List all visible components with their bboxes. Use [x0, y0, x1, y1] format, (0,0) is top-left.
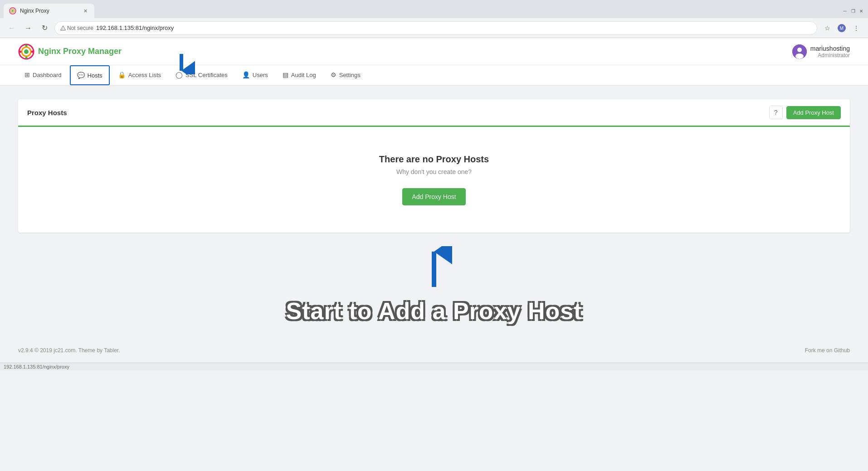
tab-title: Nginx Proxy	[20, 8, 78, 14]
logo-icon	[18, 44, 34, 60]
annotation-text: Start to Add a Proxy Host	[18, 297, 850, 325]
arrow-up-svg	[416, 246, 452, 291]
page-wrapper: Nginx Proxy Manager mariushosting Admini…	[0, 38, 868, 471]
user-avatar	[792, 44, 807, 59]
user-details: mariushosting Administrator	[810, 45, 850, 58]
svg-point-10	[25, 56, 28, 58]
status-bar: 192.168.1.135:81/nginx/proxy	[0, 363, 868, 370]
access-lists-icon: 🔒	[118, 71, 126, 78]
annotation-area: Start to Add a Proxy Host	[18, 233, 850, 325]
svg-point-15	[795, 53, 804, 59]
nav-item-users[interactable]: 👤 Users	[236, 66, 274, 85]
proxy-hosts-card: Proxy Hosts ? Add Proxy Host There are n…	[18, 99, 850, 233]
user-role: Administrator	[810, 52, 850, 58]
add-proxy-host-button-top[interactable]: Add Proxy Host	[786, 106, 841, 119]
help-button[interactable]: ?	[769, 106, 783, 119]
card-header: Proxy Hosts ? Add Proxy Host	[18, 99, 850, 127]
svg-point-12	[31, 50, 34, 53]
tab-favicon	[9, 7, 16, 15]
forward-button[interactable]: →	[22, 22, 34, 34]
empty-state: There are no Proxy Hosts Why don't you c…	[18, 127, 850, 233]
url-text[interactable]: 192.168.1.135:81/nginx/proxy	[96, 24, 811, 31]
nav-area: ⊞ Dashboard 💬 Hosts 🔒 Access Lists ◯ SSL…	[0, 65, 868, 86]
arrow-up-annotation	[18, 246, 850, 293]
svg-point-2	[12, 10, 14, 12]
tab-close-button[interactable]: ✕	[82, 7, 89, 15]
footer-left: v2.9.4 © 2019 jc21.com. Theme by Tabler.	[18, 347, 120, 354]
app-nav: ⊞ Dashboard 💬 Hosts 🔒 Access Lists ◯ SSL…	[0, 65, 868, 86]
browser-titlebar: Nginx Proxy ✕ ─ ❐ ✕	[0, 0, 868, 18]
svg-point-14	[797, 48, 802, 52]
bookmark-button[interactable]: ☆	[821, 22, 834, 34]
app-title: Nginx Proxy Manager	[38, 47, 122, 56]
not-secure-indicator: ! Not secure	[60, 25, 93, 31]
nav-item-settings[interactable]: ⚙ Settings	[324, 66, 367, 85]
audit-log-icon: ▤	[283, 71, 288, 78]
minimize-button[interactable]: ─	[842, 8, 848, 14]
warning-icon: !	[60, 25, 66, 31]
add-proxy-host-button-main[interactable]: Add Proxy Host	[402, 188, 465, 205]
window-controls: ─ ❐ ✕	[842, 8, 864, 14]
close-window-button[interactable]: ✕	[858, 8, 864, 14]
reload-button[interactable]: ↻	[38, 22, 51, 34]
users-icon: 👤	[242, 71, 250, 78]
back-button[interactable]: ←	[5, 22, 18, 34]
dashboard-icon: ⊞	[24, 71, 30, 78]
settings-icon: ⚙	[331, 71, 336, 78]
user-info-area: mariushosting Administrator	[792, 44, 850, 59]
svg-text:!: !	[63, 27, 63, 30]
hosts-arrow-annotation	[168, 52, 195, 76]
footer-github-link[interactable]: Fork me on Github	[805, 347, 850, 354]
svg-point-9	[25, 44, 28, 47]
svg-text:M: M	[840, 26, 844, 31]
menu-button[interactable]: ⋮	[850, 22, 863, 34]
empty-state-subtitle: Why don't you create one?	[27, 168, 841, 175]
app-logo: Nginx Proxy Manager	[18, 44, 122, 60]
browser-chrome: Nginx Proxy ✕ ─ ❐ ✕ ← → ↻ ! Not secure 1…	[0, 0, 868, 38]
empty-state-title: There are no Proxy Hosts	[27, 154, 841, 165]
hosts-icon: 💬	[77, 72, 85, 79]
nav-item-dashboard[interactable]: ⊞ Dashboard	[18, 66, 68, 85]
toolbar-actions: ☆ M ⋮	[821, 22, 863, 34]
card-title: Proxy Hosts	[27, 109, 67, 117]
status-url: 192.168.1.135:81/nginx/proxy	[4, 364, 69, 369]
page-footer: v2.9.4 © 2019 jc21.com. Theme by Tabler.…	[0, 338, 868, 363]
app-header: Nginx Proxy Manager mariushosting Admini…	[0, 38, 868, 65]
profile-button[interactable]: M	[835, 22, 848, 34]
card-header-actions: ? Add Proxy Host	[769, 106, 841, 119]
svg-point-11	[20, 50, 22, 53]
browser-tab[interactable]: Nginx Proxy ✕	[4, 4, 94, 18]
nav-item-access-lists[interactable]: 🔒 Access Lists	[112, 66, 167, 85]
address-bar[interactable]: ! Not secure 192.168.1.135:81/nginx/prox…	[54, 21, 817, 35]
nav-item-audit-log[interactable]: ▤ Audit Log	[276, 66, 322, 85]
maximize-button[interactable]: ❐	[850, 8, 856, 14]
nav-item-hosts[interactable]: 💬 Hosts	[70, 65, 110, 85]
browser-toolbar: ← → ↻ ! Not secure 192.168.1.135:81/ngin…	[0, 18, 868, 38]
user-name: mariushosting	[810, 45, 850, 52]
svg-point-8	[24, 49, 29, 54]
content-area: Proxy Hosts ? Add Proxy Host There are n…	[0, 86, 868, 338]
